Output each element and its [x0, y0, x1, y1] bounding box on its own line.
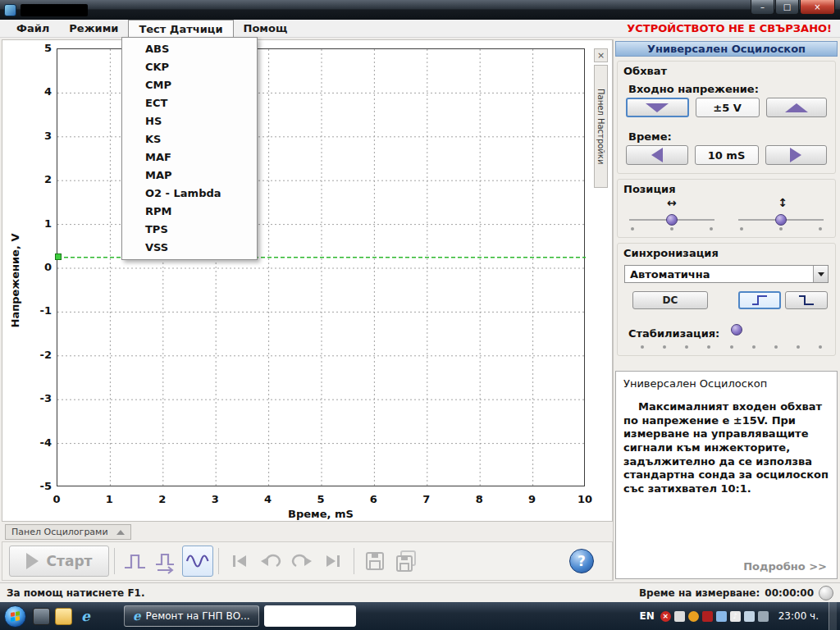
menu-item-2[interactable]: Режими: [59, 20, 128, 37]
dc-coupling-button[interactable]: DC: [632, 291, 708, 309]
time-up-button[interactable]: [765, 145, 828, 165]
menu-item-3[interactable]: Тест Датчици: [128, 20, 233, 37]
oscillograms-panel-tab[interactable]: Панел Осцилограми: [5, 524, 131, 540]
browser-icon[interactable]: e: [77, 608, 94, 625]
sensor-menu-item[interactable]: TPS: [122, 221, 257, 239]
system-tray: EN ×♪ 23:00 ч.: [639, 602, 840, 630]
settings-panel-close-icon[interactable]: ×: [594, 48, 608, 62]
arrow-up-icon: [785, 103, 808, 112]
time-down-button[interactable]: [626, 145, 688, 165]
details-link[interactable]: Подробно >>: [743, 560, 827, 573]
step-waveform-button[interactable]: [120, 546, 151, 577]
network-icon[interactable]: [744, 611, 755, 622]
sensor-menu-item[interactable]: HS: [122, 112, 257, 130]
zero-level-marker[interactable]: [55, 253, 62, 260]
task-button[interactable]: [264, 605, 356, 627]
language-indicator[interactable]: EN: [639, 610, 654, 622]
sensor-menu-item[interactable]: VSS: [122, 239, 257, 257]
chart-area: Напрежение, V Време, mS × Панел Настройк…: [2, 39, 613, 522]
range-group-title: Обхват: [623, 65, 667, 77]
volume-icon[interactable]: ♪: [730, 611, 741, 622]
sensor-menu-item[interactable]: ABS: [122, 40, 257, 58]
start-menu-button[interactable]: [4, 605, 26, 628]
sensor-menu-item[interactable]: RPM: [122, 203, 257, 221]
y-tick-label: -5: [29, 480, 52, 493]
voltage-label: Входно напрежение:: [628, 83, 759, 95]
sine-waveform-icon: [184, 547, 212, 575]
menubar-items: ФайлРежимиТест ДатчициПомощ: [7, 20, 297, 37]
save-copy-button[interactable]: [390, 546, 422, 577]
update-icon[interactable]: [688, 611, 699, 622]
x-tick-label: 8: [468, 493, 491, 506]
task-button[interactable]: eРемонт на ГНП ВО...: [124, 605, 259, 627]
sync-mode-select[interactable]: Автоматична: [624, 265, 829, 283]
save-button[interactable]: [359, 546, 390, 577]
sync-mode-value: Автоматична: [630, 268, 710, 281]
skip-forward-icon: [321, 549, 345, 573]
stabilization-knob[interactable]: [731, 324, 742, 336]
slider-dots: [631, 227, 713, 231]
task-buttons: eРемонт на ГНП ВО...: [124, 605, 356, 627]
panel-title: Универсален Осцилоскоп: [615, 41, 838, 57]
toolbar-separator: [114, 548, 115, 574]
x-tick-label: 1: [98, 493, 121, 506]
settings-panel-tab-label: Панел Настройки: [596, 89, 605, 164]
maximize-button[interactable]: □: [775, 0, 799, 15]
settings-panel: Универсален Осцилоскоп Обхват Входно нап…: [613, 39, 840, 581]
show-desktop-button[interactable]: [829, 602, 837, 630]
sensor-menu-item[interactable]: MAP: [122, 167, 257, 185]
folder-icon[interactable]: [55, 608, 72, 625]
h-position-knob[interactable]: [666, 214, 678, 226]
stabilization-dots: [641, 345, 822, 349]
sensor-menu-item[interactable]: CMP: [122, 76, 257, 94]
sensor-menu-item[interactable]: MAF: [122, 148, 257, 167]
taskbar-clock[interactable]: 23:00 ч.: [772, 610, 825, 622]
quick-launch-app-icon[interactable]: [33, 608, 50, 625]
start-button-label: Старт: [47, 553, 93, 569]
y-tick-label: 1: [29, 217, 52, 231]
time-label: Време:: [628, 130, 672, 143]
undo-arrow-icon: [258, 549, 283, 573]
error-icon[interactable]: ×: [660, 611, 671, 622]
rising-edge-icon: [751, 294, 769, 307]
antivirus-icon[interactable]: [702, 611, 713, 622]
sensor-menu-item[interactable]: O2 - Lambda: [122, 185, 257, 203]
minimize-button[interactable]: –: [751, 0, 774, 15]
last-record-button[interactable]: [317, 546, 349, 577]
sensor-menu-item[interactable]: KS: [122, 130, 257, 148]
first-record-button[interactable]: [224, 546, 255, 577]
sensor-menu-item[interactable]: CKP: [122, 58, 257, 76]
voltage-up-button[interactable]: [766, 98, 828, 117]
v-position-slider[interactable]: [738, 212, 824, 234]
usb-icon[interactable]: [758, 611, 769, 622]
slider-dot: [819, 227, 822, 231]
windows-logo-icon: [11, 611, 20, 622]
redo-button[interactable]: [286, 546, 317, 577]
position-group: Позиция ↔ ↕: [617, 179, 836, 238]
tray-icons: ×♪: [660, 611, 769, 622]
slider-dot: [685, 345, 688, 349]
menu-item-4[interactable]: Помощ: [234, 20, 298, 37]
slider-dot: [663, 345, 666, 349]
rising-edge-button[interactable]: [738, 291, 781, 309]
slider-dot: [710, 227, 713, 231]
titlebar[interactable]: – □ ×: [0, 0, 840, 20]
x-tick-label: 4: [257, 493, 280, 506]
time-range-value: 10 mS: [695, 145, 759, 165]
slider-dot: [670, 227, 673, 231]
settings-panel-tab[interactable]: Панел Настройки: [594, 65, 608, 188]
menu-item-1[interactable]: Файл: [7, 20, 59, 37]
start-button[interactable]: Старт: [9, 546, 109, 577]
sine-view-button[interactable]: [182, 546, 213, 577]
step-record-button[interactable]: [151, 546, 182, 577]
falling-edge-button[interactable]: [785, 291, 828, 309]
v-position-knob[interactable]: [775, 214, 787, 226]
help-button[interactable]: ?: [569, 549, 594, 573]
power-icon[interactable]: [674, 611, 685, 622]
sensor-menu-item[interactable]: ECT: [122, 94, 257, 112]
display-icon[interactable]: [716, 611, 727, 622]
close-button[interactable]: ×: [800, 0, 835, 15]
voltage-down-button[interactable]: [626, 98, 689, 117]
undo-button[interactable]: [255, 546, 286, 577]
h-position-slider[interactable]: [629, 212, 714, 234]
